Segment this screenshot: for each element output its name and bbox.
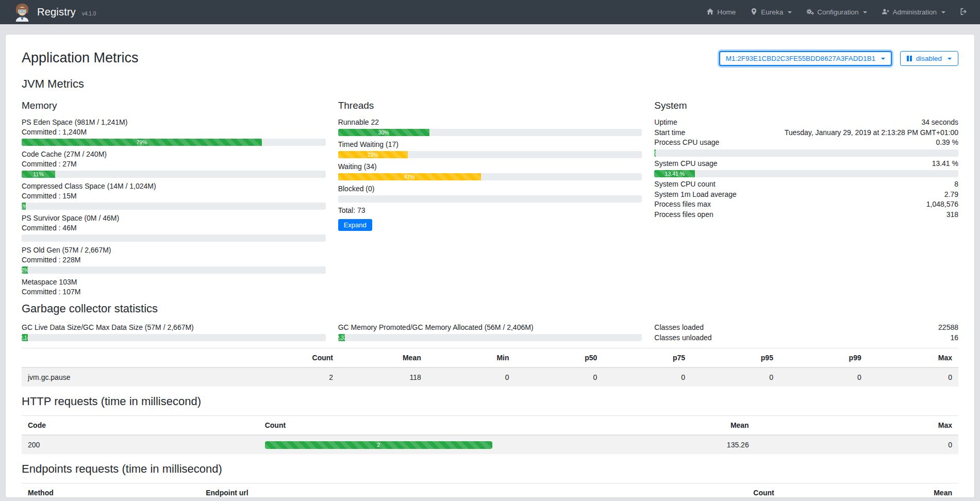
thread-metric-timed-waiting: Timed Waiting (17) 23%	[338, 140, 642, 158]
classes-unloaded-row: Classes unloaded16	[654, 333, 958, 343]
gc-title: Garbage collector statistics	[22, 302, 958, 315]
memory-metric-metaspace: Metaspace 103M Committed : 107M	[22, 277, 326, 297]
chevron-down-icon	[881, 58, 885, 60]
system-row-files-max: Process files max1,048,576	[654, 199, 958, 210]
nav-administration[interactable]: Administration	[882, 8, 945, 17]
chevron-down-icon	[948, 58, 952, 60]
app-title: Registry	[37, 6, 76, 18]
system-row-start-time: Start timeTuesday, January 29, 2019 at 2…	[654, 128, 958, 138]
column-header: Mean	[499, 416, 755, 436]
jvm-metrics-title: JVM Metrics	[22, 77, 958, 91]
system-row-process-cpu: Process CPU usage0.39 %	[654, 138, 958, 148]
column-header: Code	[22, 416, 259, 436]
threads-column: Threads Runnable 22 30% Timed Waiting (1…	[338, 98, 642, 297]
gc-promoted-bar: 2.33	[338, 334, 642, 341]
chevron-down-icon	[863, 11, 867, 13]
jhipster-logo	[13, 3, 31, 22]
nav-home[interactable]: Home	[706, 8, 736, 17]
progress-bar: 23%	[338, 151, 642, 158]
system-cpu-bar: 13.41 %	[654, 170, 958, 177]
progress-bar: 2%	[22, 266, 326, 274]
progress-bar: 47%	[338, 173, 642, 180]
max-cell: 0	[755, 435, 958, 454]
refresh-toggle-dropdown[interactable]: disabled	[900, 51, 958, 66]
nav-configuration[interactable]: Configuration	[806, 8, 867, 17]
endpoints-table: Method Endpoint url Count Mean GET /mana…	[22, 483, 958, 498]
thread-metric-runnable: Runnable 22 30%	[338, 118, 642, 136]
chevron-down-icon	[788, 11, 792, 13]
gc-live-bar: 2.14	[22, 334, 326, 341]
system-row-load-average: System 1m Load average2.79	[654, 190, 958, 200]
table-header-row: Method Endpoint url Count Mean	[22, 483, 958, 498]
memory-metric-survivor: PS Survivor Space (0M / 46M) Committed :…	[22, 213, 326, 242]
column-header: Count	[259, 416, 499, 436]
memory-column: Memory PS Eden Space (981M / 1,241M) Com…	[22, 98, 326, 297]
pause-icon	[907, 56, 912, 61]
system-title: System	[654, 100, 958, 111]
cogs-icon	[806, 8, 814, 17]
classes-loaded-row: Classes loaded22588	[654, 323, 958, 333]
table-header-row: Code Count Mean Max	[22, 416, 958, 436]
mean-cell: 135.26	[499, 435, 755, 454]
metric-name-cell: jvm.gc.pause	[22, 368, 251, 387]
home-icon	[706, 8, 714, 17]
system-column: System Uptime34 seconds Start timeTuesda…	[654, 98, 958, 297]
nav-eureka[interactable]: Eureka	[750, 8, 792, 17]
column-header: p95	[691, 348, 779, 368]
navbar-brand-group[interactable]: Registry v4.1.0	[13, 3, 96, 22]
jvm-metrics-grid: Memory PS Eden Space (981M / 1,241M) Com…	[22, 98, 958, 297]
progress-bar: 30%	[338, 129, 642, 136]
column-header: Max	[755, 416, 958, 436]
column-header: Method	[22, 483, 200, 498]
column-header: p75	[603, 348, 691, 368]
gc-live-data: GC Live Data Size/GC Max Data Size (57M …	[22, 323, 326, 345]
process-cpu-bar: 0.39 %	[654, 149, 958, 157]
code-cell: 200	[22, 435, 259, 454]
memory-metric-old-gen: PS Old Gen (57M / 2,667M) Committed : 22…	[22, 245, 326, 274]
http-count-bar: 2	[265, 441, 492, 449]
http-requests-table: Code Count Mean Max 200 2 135.26 0	[22, 415, 958, 454]
navbar: Registry v4.1.0 Home Eureka Configuratio…	[0, 0, 980, 24]
column-header: p50	[516, 348, 604, 368]
column-header: Mean	[339, 348, 427, 368]
column-header: Endpoint url	[200, 483, 593, 498]
memory-metric-code-cache: Code Cache (27M / 240M) Committed : 27M …	[22, 149, 326, 178]
http-requests-title: HTTP requests (time in millisecond)	[22, 395, 958, 408]
thread-metric-blocked: Blocked (0) 0%	[338, 184, 642, 203]
system-row-uptime: Uptime34 seconds	[654, 118, 958, 128]
instance-selector-dropdown[interactable]: M1:2F93E1CBD2C3FE55BDD8627A3FADD1B1	[719, 51, 892, 66]
threads-total: Total: 73	[338, 206, 642, 214]
threads-title: Threads	[338, 100, 642, 111]
chevron-down-icon	[941, 11, 945, 13]
progress-bar: 1%	[22, 203, 326, 210]
column-header: Count	[593, 483, 780, 498]
map-marker-icon	[750, 8, 758, 17]
progress-bar: 79%	[22, 139, 326, 146]
memory-metric-compressed-class: Compressed Class Space (14M / 1,024M) Co…	[22, 181, 326, 210]
sign-out-icon	[960, 8, 968, 17]
table-row: jvm.gc.pause 2 118 0 0 0 0 0 0	[22, 368, 958, 387]
progress-bar: 11%	[22, 171, 326, 178]
gc-promoted: GC Memory Promoted/GC Memory Allocated (…	[338, 323, 642, 345]
expand-button[interactable]: Expand	[338, 219, 372, 231]
thread-metric-waiting: Waiting (34) 47%	[338, 162, 642, 180]
system-row-files-open: Process files open318	[654, 210, 958, 220]
gc-classes: Classes loaded22588 Classes unloaded16	[654, 323, 958, 345]
endpoints-requests-title: Endpoints requests (time in millisecond)	[22, 462, 958, 476]
memory-metric-eden: PS Eden Space (981M / 1,241M) Committed …	[22, 118, 326, 146]
app-version: v4.1.0	[82, 11, 96, 16]
main-content: Application Metrics M1:2F93E1CBD2C3FE55B…	[5, 34, 975, 498]
column-header: p99	[779, 348, 868, 368]
count-cell: 2	[259, 435, 499, 454]
page-title: Application Metrics	[22, 50, 139, 66]
progress-bar: 0%	[22, 235, 326, 242]
gc-pause-table: Count Mean Min p50 p75 p95 p99 Max jvm.g…	[22, 348, 958, 387]
table-row: 200 2 135.26 0	[22, 435, 958, 454]
system-row-system-cpu: System CPU usage13.41 %	[654, 159, 958, 169]
column-header: Max	[868, 348, 958, 368]
column-header: Count	[251, 348, 339, 368]
nav-signout[interactable]	[960, 8, 968, 17]
user-plus-icon	[882, 8, 889, 17]
column-header	[22, 348, 251, 368]
column-header: Min	[427, 348, 516, 368]
